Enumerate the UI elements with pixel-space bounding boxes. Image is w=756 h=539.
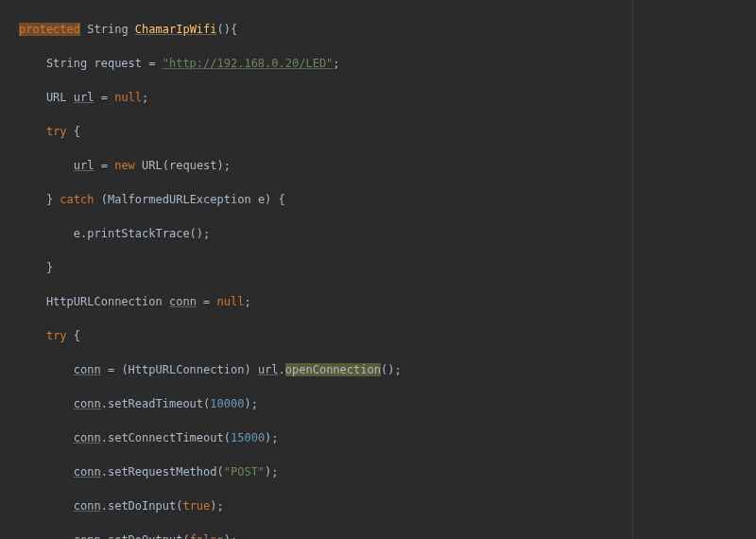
code-line: try {	[19, 327, 756, 344]
code-line: }	[19, 259, 756, 276]
keyword-protected: protected	[19, 23, 80, 36]
code-line: String request = "http://192.168.0.20/LE…	[19, 55, 756, 72]
code-line: HttpURLConnection conn = null;	[19, 293, 756, 310]
code-line: url = new URL(request);	[19, 157, 756, 174]
code-line: conn.setDoOutput(false);	[19, 531, 756, 539]
code-line: try {	[19, 123, 756, 140]
right-margin-guide	[632, 0, 633, 539]
code-line: } catch (MalformedURLException e) {	[19, 191, 756, 208]
code-line: protected String ChamarIpWifi(){	[19, 21, 756, 38]
code-editor[interactable]: protected String ChamarIpWifi(){ String …	[0, 0, 756, 539]
highlighted-call: openConnection	[285, 363, 381, 376]
code-line: e.printStackTrace();	[19, 225, 756, 242]
code-line: conn = (HttpURLConnection) url.openConne…	[19, 361, 756, 378]
code-line: URL url = null;	[19, 89, 756, 106]
code-line: conn.setDoInput(true);	[19, 497, 756, 514]
method-name: ChamarIpWifi	[135, 23, 217, 36]
code-line: conn.setConnectTimeout(15000);	[19, 429, 756, 446]
code-line: conn.setRequestMethod("POST");	[19, 463, 756, 480]
string-literal: "http://192.168.0.20/LED"	[163, 57, 334, 70]
code-line: conn.setReadTimeout(10000);	[19, 395, 756, 412]
